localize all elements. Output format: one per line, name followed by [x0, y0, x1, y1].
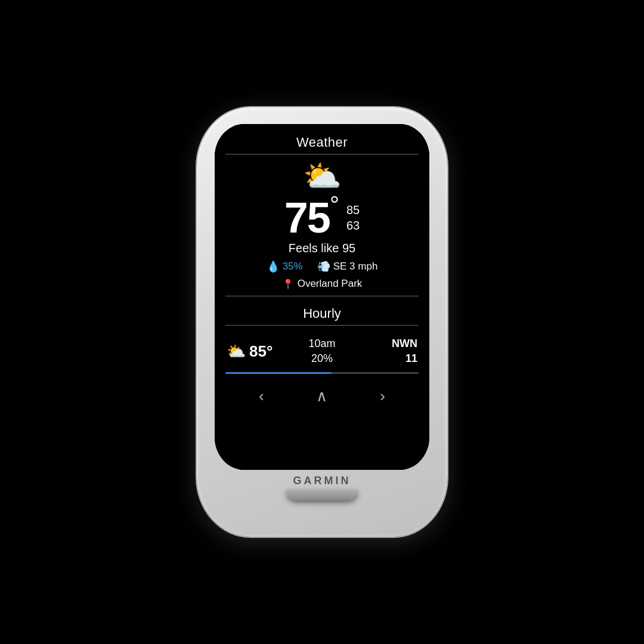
hourly-row: ⛅ 85° 10am 20% NWN 11 [215, 332, 429, 371]
device-bottom-mount [286, 490, 358, 500]
hourly-title: Hourly [303, 306, 341, 321]
location-pin-icon: 📍 [282, 278, 294, 290]
wind-info: 💨 SE 3 mph [317, 260, 378, 273]
temperature-row: 75 ° 85 63 [284, 196, 360, 239]
high-low-temps: 85 63 [346, 202, 360, 233]
precip-value: 35% [283, 261, 303, 273]
hourly-wind-speed: 11 [405, 351, 417, 366]
low-temp: 63 [346, 218, 360, 233]
hourly-divider-top [225, 296, 419, 296]
garmin-device: Weather ⛅ 75 ° 85 63 Feels like 95 [197, 107, 447, 537]
wind-label: SE 3 mph [333, 261, 378, 273]
precipitation: 💧 35% [267, 260, 303, 273]
hourly-precip: 20% [311, 351, 333, 366]
details-row: 💧 35% 💨 SE 3 mph [267, 260, 378, 273]
hourly-icon-temp: ⛅ 85° [227, 342, 290, 361]
screen-title: Weather [296, 135, 348, 150]
weather-icon: ⛅ [303, 160, 342, 191]
hourly-time: 10am [308, 336, 335, 351]
location-name: Overland Park [298, 278, 363, 290]
progress-track [225, 372, 419, 374]
weather-icon-container: ⛅ [303, 160, 342, 191]
nav-up-button[interactable]: ∧ [310, 385, 333, 408]
hourly-divider-bottom [225, 325, 419, 326]
garmin-brand-label: GARMIN [293, 475, 351, 487]
wind-icon: 💨 [317, 260, 330, 273]
screen-content: Weather ⛅ 75 ° 85 63 Feels like 95 [215, 124, 429, 470]
nav-left-button[interactable]: ‹ [253, 385, 270, 408]
hourly-middle: 10am 20% [290, 336, 354, 366]
temp-unit: ° [330, 191, 339, 218]
progress-area [225, 372, 419, 374]
progress-fill [225, 372, 332, 374]
title-divider [225, 154, 419, 154]
location-row: 📍 Overland Park [282, 278, 363, 290]
hourly-weather-icon: ⛅ [227, 342, 246, 361]
hourly-temp: 85° [249, 342, 273, 361]
screen-bezel: Weather ⛅ 75 ° 85 63 Feels like 95 [215, 124, 429, 470]
current-temperature: 75 [284, 196, 330, 239]
hourly-wind-dir: NWN [392, 336, 417, 351]
feels-like: Feels like 95 [289, 242, 355, 255]
precip-icon: 💧 [267, 260, 280, 273]
nav-right-button[interactable]: › [374, 385, 391, 408]
hourly-right: NWN 11 [354, 336, 417, 366]
high-temp: 85 [346, 202, 360, 218]
nav-row[interactable]: ‹ ∧ › [215, 376, 429, 416]
